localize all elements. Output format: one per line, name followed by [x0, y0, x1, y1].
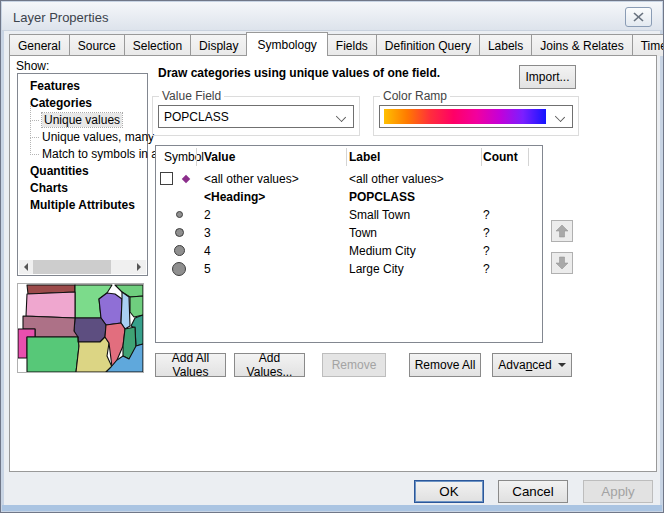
arrow-down-icon — [555, 256, 569, 270]
table-row[interactable]: 2 Small Town ? — [156, 206, 542, 224]
move-down-button[interactable] — [551, 252, 573, 274]
apply-button[interactable]: Apply — [583, 480, 653, 503]
tree-branch-icon — [30, 138, 39, 155]
move-up-button[interactable] — [551, 220, 573, 242]
tab-source[interactable]: Source — [69, 34, 125, 56]
circle-symbol-swatch[interactable] — [172, 262, 186, 276]
color-ramp-swatch — [384, 109, 546, 124]
value-field-legend: Value Field — [159, 89, 224, 103]
tab-time[interactable]: Time — [632, 34, 664, 56]
circle-symbol-swatch[interactable] — [175, 228, 184, 237]
remove-button[interactable]: Remove — [322, 353, 386, 377]
tab-joins-relates[interactable]: Joins & Relates — [531, 34, 632, 56]
point-symbol-swatch[interactable] — [182, 175, 190, 183]
scrollbar-thumb[interactable] — [33, 260, 111, 274]
chevron-down-icon — [555, 112, 565, 122]
symbol-table: Symbol Value Label Count <all other valu… — [155, 145, 543, 343]
tab-fields[interactable]: Fields — [327, 34, 377, 56]
value-field-dropdown[interactable]: POPCLASS — [158, 105, 354, 128]
circle-symbol-swatch[interactable] — [176, 211, 183, 218]
close-button[interactable] — [625, 7, 652, 27]
dropdown-caret-icon — [558, 363, 566, 371]
add-values-button[interactable]: Add Values... — [234, 353, 305, 377]
map-preview — [17, 283, 144, 373]
col-value: Value — [204, 150, 235, 164]
col-label: Label — [349, 150, 380, 164]
dialog-bottom-frame — [2, 505, 662, 511]
window-title: Layer Properties — [13, 10, 108, 25]
tab-selection[interactable]: Selection — [124, 34, 191, 56]
symbology-page: Show: Features Categories Unique values … — [9, 55, 657, 472]
remove-all-button[interactable]: Remove All — [409, 353, 481, 377]
show-tree-listbox: Features Categories Unique values Unique… — [17, 73, 148, 276]
ok-button[interactable]: OK — [414, 480, 484, 503]
table-row[interactable]: 4 Medium City ? — [156, 242, 542, 260]
scroll-right-icon[interactable] — [132, 260, 146, 274]
table-row[interactable]: <Heading> POPCLASS — [156, 188, 542, 206]
value-field-groupbox: Value Field POPCLASS — [152, 96, 360, 136]
arrow-up-icon — [555, 224, 569, 238]
table-row[interactable]: 3 Town ? — [156, 224, 542, 242]
col-count: Count — [483, 150, 518, 164]
tab-general[interactable]: General — [9, 34, 70, 56]
tree-branch-icon — [30, 104, 39, 121]
show-item-multiple-attributes[interactable]: Multiple Attributes — [18, 197, 147, 214]
cancel-button[interactable]: Cancel — [498, 480, 568, 503]
page-description: Draw categories using unique values of o… — [158, 66, 440, 80]
title-bar: Layer Properties — [2, 2, 662, 31]
color-ramp-dropdown[interactable] — [379, 105, 573, 128]
import-button[interactable]: Import... — [519, 65, 576, 89]
layer-properties-dialog: Layer Properties General Source Selectio… — [0, 0, 664, 513]
show-item-features[interactable]: Features — [18, 78, 147, 95]
tab-definition-query[interactable]: Definition Query — [376, 34, 480, 56]
chevron-down-icon — [336, 112, 346, 122]
table-row[interactable]: <all other values> <all other values> — [156, 170, 542, 188]
horizontal-scrollbar[interactable] — [19, 260, 146, 274]
color-ramp-legend: Color Ramp — [380, 89, 450, 103]
advanced-button[interactable]: Advanced — [492, 353, 572, 377]
show-item-match-symbols[interactable]: Match to symbols in a — [18, 146, 147, 163]
col-symbol: Symbol — [164, 150, 204, 164]
tab-strip: General Source Selection Display Symbolo… — [9, 34, 655, 56]
table-row[interactable]: 5 Large City ? — [156, 260, 542, 278]
scroll-left-icon[interactable] — [19, 260, 33, 274]
show-label: Show: — [16, 59, 49, 73]
tab-labels[interactable]: Labels — [479, 34, 532, 56]
show-item-quantities[interactable]: Quantities — [18, 163, 147, 180]
show-item-charts[interactable]: Charts — [18, 180, 147, 197]
add-all-values-button[interactable]: Add All Values — [155, 353, 226, 377]
tree-branch-icon — [30, 121, 39, 138]
circle-symbol-swatch[interactable] — [174, 245, 185, 256]
tab-symbology[interactable]: Symbology — [246, 32, 327, 56]
close-icon — [633, 12, 644, 22]
all-other-values-checkbox[interactable] — [160, 172, 173, 185]
tab-display[interactable]: Display — [190, 34, 247, 56]
color-ramp-groupbox: Color Ramp — [373, 96, 579, 136]
